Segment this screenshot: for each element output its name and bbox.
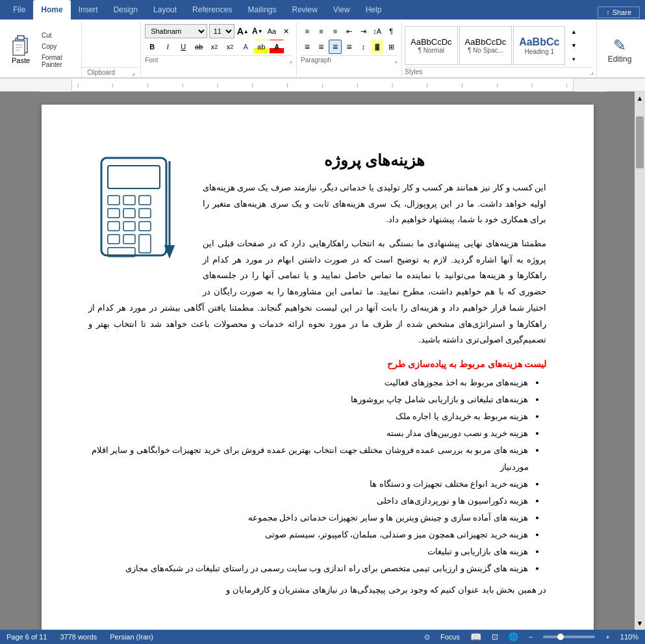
list-item: هزینه خرید انواع مختلف تجهیزات و دستگاه … (88, 476, 529, 493)
font-name-select[interactable]: Shabnam (145, 24, 207, 38)
copy-button[interactable]: Copy (39, 42, 79, 51)
style-no-spacing[interactable]: AaBbCcDc ¶ No Spac... (459, 26, 512, 65)
list-item: هزینه خرید تجهیزاتی همچون میز و صندلی، م… (88, 526, 529, 543)
tab-references[interactable]: References (184, 0, 240, 19)
cost-list: هزینه‌های مربوط به اخذ مجوزهای فعالیت هز… (88, 374, 547, 577)
status-bar: Page 6 of 11 3778 words Persian (Iran) ⊙… (0, 630, 645, 644)
font-size-select[interactable]: 11 12 (209, 24, 234, 38)
line-spacing-button[interactable]: ↕ (357, 40, 370, 54)
styles-more[interactable]: ▾ (568, 53, 579, 65)
paragraph-group-label: Paragraph (301, 57, 331, 64)
style-no-spacing-preview: AaBbCcDc (465, 37, 507, 47)
underline-button[interactable]: U (176, 40, 190, 54)
tab-review[interactable]: Review (284, 0, 325, 19)
format-painter-button[interactable]: Format Painter (39, 53, 79, 70)
status-bar-right: ⊙ Focus 📖 ⊡ 🌐 − + 110% (424, 632, 639, 642)
web-layout-icon[interactable]: 🌐 (509, 632, 518, 641)
align-right-button[interactable]: ≡ (329, 40, 342, 54)
cut-button[interactable]: Cut (39, 31, 79, 40)
highlight-button[interactable]: ab (254, 40, 268, 54)
scroll-down-button[interactable]: ▼ (635, 618, 645, 628)
tab-mailings[interactable]: Mailings (240, 0, 284, 19)
document-scroll[interactable]: هزینه‌های پروژه این کسب و کار نیز همانند… (0, 92, 635, 630)
align-left-button[interactable]: ≡ (301, 40, 314, 54)
bold-button[interactable]: B (145, 40, 159, 54)
sort-button[interactable]: ↕A (371, 24, 384, 38)
svg-rect-16 (139, 222, 151, 231)
strikethrough-button[interactable]: ab (192, 40, 206, 54)
svg-rect-2 (13, 41, 25, 55)
list-item: هزینه های آماده سازی و چینش ویترین ها و … (88, 509, 529, 526)
ribbon-tabs: File Home Insert Design Layout Reference… (0, 0, 645, 19)
section-title: لیست هزینه‌های مربوط به پیاده‌سازی طرح (88, 359, 547, 369)
zoom-slider[interactable] (543, 636, 595, 638)
list-item: هزینه های بازاریابی و تبلیغات (88, 543, 529, 560)
align-center-button[interactable]: ≡ (315, 40, 328, 54)
page-info: Page 6 of 11 (6, 633, 47, 641)
bullets-button[interactable]: ≡ (301, 24, 314, 38)
zoom-level: 110% (620, 633, 639, 641)
svg-rect-11 (108, 209, 120, 218)
clipboard-group-label: Clipboard (87, 69, 115, 76)
editing-section: ✎ Editing (597, 22, 642, 77)
tab-view[interactable]: View (325, 0, 358, 19)
list-item: هزینه خرید و نصب دوربین‌های مدار بسته (88, 425, 529, 442)
style-heading1-preview: AaBbCc (519, 36, 559, 48)
styles-scroll-up[interactable]: ▲ (568, 26, 579, 38)
paste-button[interactable]: Paste (5, 23, 36, 76)
change-case-button[interactable]: Aa (266, 24, 278, 38)
share-button[interactable]: ↑ Share (598, 6, 640, 18)
increase-font-button[interactable]: A▲ (236, 24, 249, 38)
styles-expand[interactable]: ⌟ (590, 68, 594, 75)
tab-design[interactable]: Design (106, 0, 145, 19)
svg-rect-1 (18, 36, 24, 40)
clear-format-button[interactable]: ✕ (280, 24, 292, 38)
read-mode-icon[interactable]: 📖 (470, 632, 481, 642)
scroll-up-button[interactable]: ▲ (635, 93, 645, 103)
clipboard-expand[interactable]: ⌟ (132, 69, 135, 76)
scroll-thumb[interactable] (636, 116, 644, 168)
style-heading1[interactable]: AaBbCc Heading 1 (513, 26, 565, 65)
show-marks-button[interactable]: ¶ (385, 24, 398, 38)
share-icon: ↑ (606, 8, 610, 16)
tab-layout[interactable]: Layout (145, 0, 184, 19)
font-color-button[interactable]: A (270, 40, 284, 54)
svg-rect-8 (108, 196, 120, 205)
list-item: هزینه دکوراسیون ها و نورپردازی‌های داخلی (88, 493, 529, 509)
justify-button[interactable]: ≡ (343, 40, 356, 54)
style-normal-preview: AaBbCcDc (411, 37, 452, 47)
zoom-in-button[interactable]: + (605, 633, 609, 641)
tab-home[interactable]: Home (33, 0, 70, 19)
decrease-font-button[interactable]: A▼ (251, 24, 264, 38)
superscript-button[interactable]: x2 (223, 40, 237, 54)
tab-insert[interactable]: Insert (71, 0, 106, 19)
word-count: 3778 words (60, 633, 97, 641)
subscript-button[interactable]: x2 (207, 40, 221, 54)
increase-indent-button[interactable]: ⇥ (357, 24, 370, 38)
paragraph-expand[interactable]: ⌟ (394, 57, 398, 64)
svg-rect-12 (123, 209, 135, 218)
vertical-scrollbar[interactable]: ▲ ▼ (635, 92, 645, 630)
font-group-label: Font (145, 57, 158, 64)
focus-button[interactable]: Focus (440, 633, 460, 641)
document-page: هزینه‌های پروژه این کسب و کار نیز همانند… (42, 105, 594, 630)
print-layout-icon[interactable]: ⊡ (492, 632, 498, 641)
editing-icon: ✎ (613, 36, 626, 55)
zoom-out-button[interactable]: − (529, 633, 533, 641)
tab-file[interactable]: File (5, 0, 33, 19)
svg-rect-6 (101, 158, 166, 255)
shading-button[interactable]: ▓ (371, 40, 384, 54)
tab-help[interactable]: Help (358, 0, 390, 19)
style-no-spacing-label: ¶ No Spac... (468, 47, 503, 54)
style-normal[interactable]: AaBbCcDc ¶ Normal (405, 26, 458, 65)
svg-rect-10 (139, 196, 151, 205)
multilevel-list-button[interactable]: ≡ (329, 24, 342, 38)
borders-button[interactable]: ⊞ (385, 40, 398, 54)
decrease-indent-button[interactable]: ⇤ (343, 24, 356, 38)
italic-button[interactable]: I (160, 40, 175, 54)
styles-scroll-down[interactable]: ▼ (568, 40, 579, 51)
numbering-button[interactable]: ≡ (315, 24, 328, 38)
font-expand[interactable]: ⌟ (289, 57, 292, 64)
style-heading1-label: Heading 1 (524, 48, 554, 55)
text-effects-button[interactable]: A (238, 40, 253, 54)
